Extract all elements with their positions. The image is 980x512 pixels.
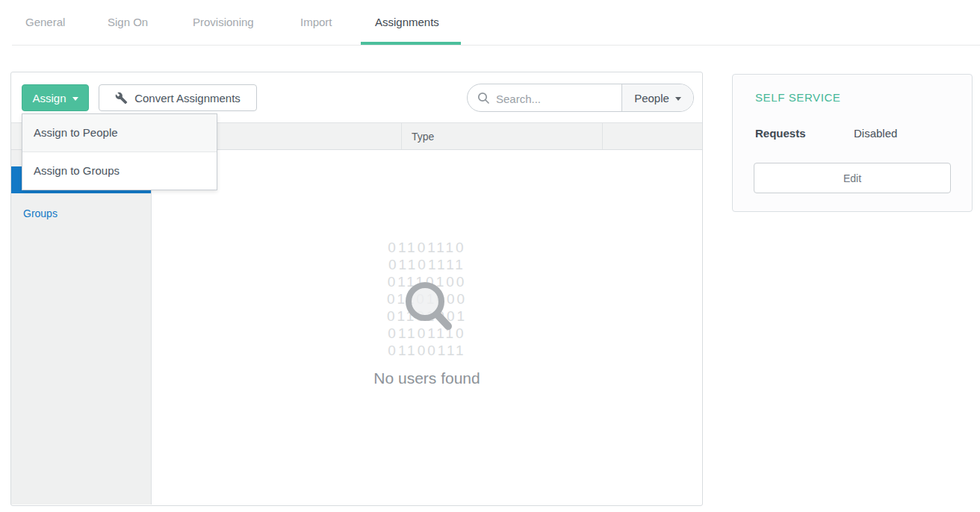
tab-import[interactable]: Import bbox=[300, 16, 332, 28]
assign-button-label: Assign bbox=[32, 92, 66, 104]
menu-item-assign-to-groups[interactable]: Assign to Groups bbox=[22, 152, 217, 190]
tab-provisioning[interactable]: Provisioning bbox=[193, 16, 254, 28]
tabs-divider bbox=[12, 45, 980, 46]
column-header-type: Type bbox=[401, 123, 602, 149]
convert-assignments-button[interactable]: Convert Assignments bbox=[99, 84, 257, 111]
requests-label: Requests bbox=[755, 127, 806, 140]
binary-line: 01101111 bbox=[152, 256, 702, 273]
menu-item-assign-to-people[interactable]: Assign to People bbox=[22, 114, 217, 152]
app-assignments-screen: General Sign On Provisioning Import Assi… bbox=[0, 0, 980, 512]
sidebar-item-groups[interactable]: Groups bbox=[11, 202, 151, 225]
search-scope-dropdown[interactable]: People bbox=[621, 84, 693, 111]
tab-sign-on[interactable]: Sign On bbox=[108, 16, 148, 28]
chevron-down-icon bbox=[675, 97, 681, 101]
self-service-title: SELF SERVICE bbox=[755, 91, 840, 104]
requests-status-value: Disabled bbox=[854, 127, 897, 140]
tab-general[interactable]: General bbox=[25, 16, 65, 28]
chevron-down-icon bbox=[72, 97, 78, 101]
column-header-actions bbox=[602, 123, 702, 149]
edit-button[interactable]: Edit bbox=[754, 163, 951, 193]
assignments-panel: Assign Convert Assignments People Type bbox=[10, 72, 703, 506]
binary-line: 01100111 bbox=[152, 342, 702, 359]
convert-assignments-label: Convert Assignments bbox=[134, 92, 241, 104]
search-icon bbox=[477, 92, 490, 104]
self-service-panel: SELF SERVICE Requests Disabled Edit bbox=[732, 74, 973, 212]
search-scope-label: People bbox=[634, 92, 669, 104]
binary-line: 01101110 bbox=[152, 239, 702, 256]
empty-state-message: No users found bbox=[152, 369, 702, 387]
tab-assignments[interactable]: Assignments bbox=[375, 16, 439, 28]
wrench-icon bbox=[115, 92, 128, 104]
search-bar: People bbox=[467, 84, 694, 112]
filter-sidebar: People Groups bbox=[11, 150, 152, 505]
search-input[interactable] bbox=[494, 85, 617, 112]
assign-dropdown-menu: Assign to People Assign to Groups bbox=[22, 113, 217, 190]
assign-button[interactable]: Assign bbox=[22, 84, 89, 111]
magnifier-icon bbox=[400, 277, 463, 340]
